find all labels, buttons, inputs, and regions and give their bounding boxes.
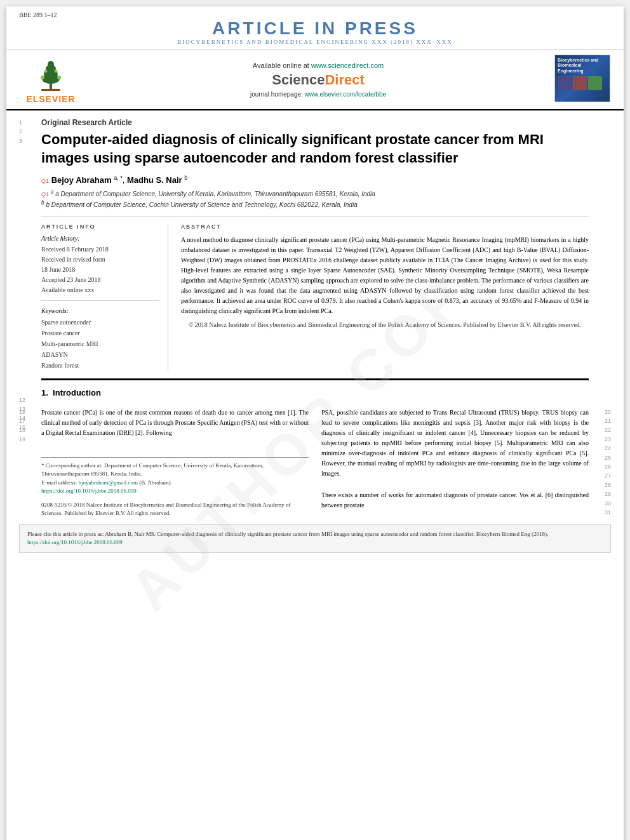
citation-text: Please cite this article in press as: Ab… (27, 531, 548, 537)
keyword-2: Prostate cancer (41, 328, 159, 338)
keyword-1: Sparse autoencoder (41, 317, 159, 328)
abstract-column: ABSTRACT A novel method to diagnose clin… (181, 223, 589, 371)
affiliation-b: b b Department of Computer Science, Coch… (41, 199, 589, 210)
article-info-abstract-section: ARTICLE INFO Article history: Received 8… (41, 217, 589, 371)
affiliations: Q1 a a Department of Computer Science, U… (41, 188, 589, 217)
doi-link[interactable]: https://doi.org/10.1016/j.bbe.2018.06.00… (41, 488, 137, 494)
authors-line: Q1 Bejoy Abraham a, *, Madhu S. Nair b (41, 175, 589, 187)
article-info-heading: ARTICLE INFO (41, 223, 159, 230)
copyright-footer: 0208-5216/© 2018 Nalecz Institute of Bio… (41, 501, 309, 518)
author2-sup: b (184, 175, 187, 181)
intro-right-text: PSA, possible candidates are subjected t… (321, 408, 589, 479)
sciencedirect-logo: ScienceDirect (272, 72, 365, 88)
journal-homepage-link[interactable]: www.elsevier.com/locate/bbe (305, 91, 386, 98)
elsevier-logo: ELSEVIER (19, 55, 83, 104)
received-revised-label: Received in revised form (41, 255, 159, 265)
sciencedirect-science: Science (272, 72, 325, 88)
doi-link-footnote: https://doi.org/10.1016/j.bbe.2018.06.00… (41, 487, 309, 496)
intro-right-text-2: There exists a number of works for autom… (321, 490, 589, 510)
journal-cover-title: Biocybernetics and Biomedical Engineerin… (558, 58, 607, 74)
available-online-text: Available online at www.sciencedirect.co… (253, 62, 384, 69)
svg-point-6 (57, 76, 61, 79)
svg-rect-9 (41, 89, 60, 91)
article-in-press-label: ARTICLE IN PRESS (6, 18, 624, 39)
journal-cover: Biocybernetics and Biomedical Engineerin… (554, 55, 611, 104)
email-note: E-mail address: bjoyabraham@gmail.com (B… (41, 479, 309, 488)
keyword-4: ADASYN (41, 349, 159, 360)
article-title: Computer-aided diagnosis of clinically s… (41, 131, 589, 175)
intro-left-text: Prostate cancer (PCa) is one of the most… (41, 408, 309, 438)
main-content: 1 2 3 Original Research Article Computer… (6, 110, 624, 518)
keywords-title: Keywords: (41, 307, 159, 314)
intro-right-col: 20 21 22 23 24 25 26 27 28 29 30 31 PSA,… (321, 408, 589, 518)
header-middle: Available online at www.sciencedirect.co… (89, 55, 547, 104)
journal-cover-box: Biocybernetics and Biomedical Engineerin… (554, 55, 610, 102)
intro-left-col: 16 17 18 19 Prostate cancer (PCa) is one… (41, 408, 309, 518)
elsevier-tree-icon (29, 55, 73, 93)
available-online: Available online xxx (41, 285, 159, 295)
svg-point-7 (44, 70, 48, 73)
article-type-label: Original Research Article (41, 110, 589, 131)
revised-date: 18 June 2018 (41, 265, 159, 275)
introduction-body: 16 17 18 19 Prostate cancer (PCa) is one… (41, 403, 589, 518)
keyword-3: Multi-parametric MRI (41, 338, 159, 349)
footnotes-section: * Corresponding author at: Department of… (41, 457, 309, 496)
author1-sup: a, * (114, 175, 123, 181)
keyword-5: Random forest (41, 360, 159, 371)
line-numbers-top: 1 2 3 (19, 118, 22, 145)
q1-aff-marker: Q1 (41, 191, 49, 197)
header-section: ELSEVIER Available online at www.science… (6, 50, 624, 110)
citation-doi-link[interactable]: https://doi.org/10.1016/j.bbe.2018.06.00… (27, 539, 123, 545)
received-date: Received 8 February 2018 (41, 244, 159, 255)
email-link[interactable]: bjoyabraham@gmail.com (78, 479, 138, 486)
svg-point-4 (48, 61, 54, 67)
author2-name: Madhu S. Nair (127, 176, 182, 185)
accepted-date: Accepted 23 June 2018 (41, 275, 159, 285)
abstract-text: A novel method to diagnose clinically si… (181, 235, 589, 316)
sciencedirect-url-link[interactable]: www.sciencedirect.com (311, 62, 384, 69)
banner-section: BBE 289 1–12 ARTICLE IN PRESS BIOCYBERNE… (6, 6, 624, 50)
svg-point-8 (55, 70, 58, 73)
introduction-section: 12 13 14 15 1. Introduction 16 17 18 (41, 380, 589, 518)
q1-marker: Q1 (41, 178, 49, 185)
article-ref: BBE 289 1–12 (19, 11, 57, 18)
journal-cover-images (558, 76, 607, 90)
abstract-heading: ABSTRACT (181, 223, 589, 230)
introduction-title: 1. Introduction (41, 388, 589, 397)
svg-rect-0 (50, 83, 52, 90)
journal-homepage-text: journal homepage: www.elsevier.com/locat… (250, 91, 386, 98)
svg-point-5 (41, 76, 44, 79)
elsevier-brand-text: ELSEVIER (26, 94, 75, 104)
citation-box: Please cite this article in press as: Ab… (19, 524, 611, 553)
abstract-copyright: © 2018 Nalecz Institute of Biocybernetic… (181, 321, 589, 328)
article-info-column: ARTICLE INFO Article history: Received 8… (41, 223, 168, 371)
corresponding-author-note: * Corresponding author at: Department of… (41, 462, 309, 479)
journal-name-banner: BIOCYBERNETICS AND BIOMEDICAL ENGINEERIN… (6, 39, 624, 48)
line-nums-16-19: 16 17 18 19 (19, 408, 25, 444)
author1-name: Bejoy Abraham (51, 176, 112, 185)
affiliation-a: Q1 a a Department of Computer Science, U… (41, 188, 589, 199)
article-history-title: Article history: (41, 235, 159, 242)
sciencedirect-direct: Direct (325, 72, 364, 88)
line-nums-20-31: 20 21 22 23 24 25 26 27 28 29 30 31 (605, 408, 611, 517)
